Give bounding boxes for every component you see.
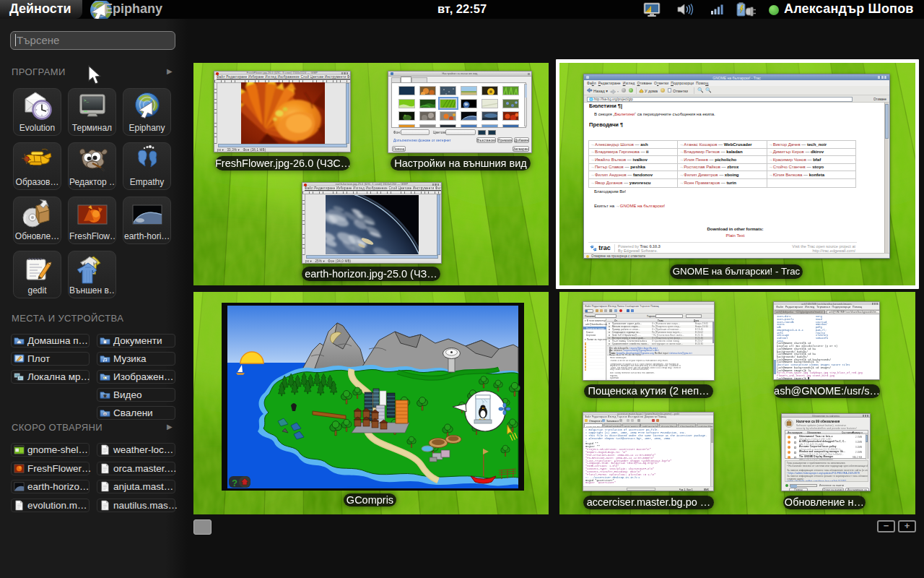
svg-text:?: ?: [232, 478, 237, 488]
svg-text:>_: >_: [84, 98, 90, 103]
